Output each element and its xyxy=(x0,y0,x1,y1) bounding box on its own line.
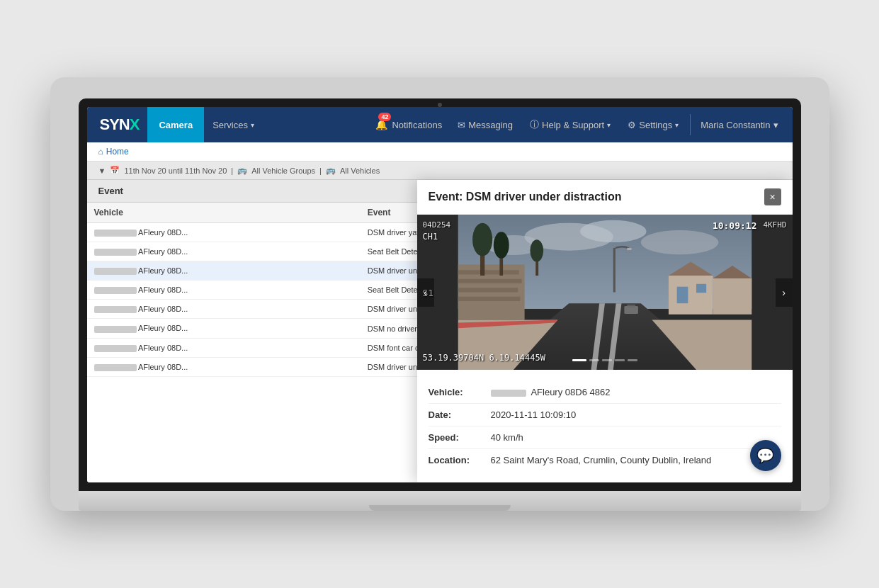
separator2: | xyxy=(319,166,322,175)
modal-overlay: Event: DSM driver under distraction × xyxy=(87,180,793,482)
video-resolution: 4KFHD xyxy=(763,220,786,230)
video-dot-1 xyxy=(572,359,586,361)
modal-title: Event: DSM driver under distraction xyxy=(429,191,622,203)
chat-fab-button[interactable]: 💬 xyxy=(750,440,781,471)
notifications-nav-item[interactable]: 42 🔔 Notifications xyxy=(368,107,449,142)
help-chevron-icon: ▾ xyxy=(607,121,611,129)
date-range: 11th Nov 20 until 11th Nov 20 xyxy=(124,166,227,175)
video-coordinates: 53.19.39704N 6.19.14445W xyxy=(423,353,545,363)
speed-value: 40 km/h xyxy=(491,432,523,443)
video-dot-4 xyxy=(615,359,625,361)
svg-point-13 xyxy=(493,232,509,259)
services-chevron-icon: ▾ xyxy=(251,121,254,129)
date-label: Date: xyxy=(429,409,485,420)
services-label: Services xyxy=(212,120,248,130)
user-chevron-icon: ▾ xyxy=(773,120,778,130)
event-details: Vehicle: AFleury 08D6 4862 Date: 2020-11… xyxy=(417,370,793,482)
svg-rect-21 xyxy=(696,284,706,293)
screen-bezel: SYNX Camera Services ▾ 42 🔔 Notification… xyxy=(79,98,801,491)
chat-icon: 💬 xyxy=(756,447,774,464)
date-value: 2020-11-11 10:09:10 xyxy=(491,409,577,420)
svg-point-15 xyxy=(530,239,543,261)
svg-point-3 xyxy=(640,230,718,254)
video-dot-5 xyxy=(628,359,637,361)
video-channel: CH1 xyxy=(423,232,438,242)
notifications-badge: 42 xyxy=(378,113,391,121)
svg-rect-31 xyxy=(627,305,635,308)
video-dots xyxy=(572,359,637,361)
laptop-shell: SYNX Camera Services ▾ 42 🔔 Notification… xyxy=(50,77,829,511)
gear-icon: ⚙ xyxy=(628,120,636,130)
svg-point-11 xyxy=(472,223,492,256)
home-link[interactable]: Home xyxy=(106,147,129,157)
user-label: Maria Constantin xyxy=(701,120,770,130)
navbar: SYNX Camera Services ▾ 42 🔔 Notification… xyxy=(87,107,793,142)
video-device-id: 04D254 xyxy=(423,220,451,230)
vehicle-value: AFleury 08D6 4862 xyxy=(491,387,611,397)
video-dot-3 xyxy=(602,359,612,361)
svg-rect-20 xyxy=(676,287,688,303)
group-icon: 🚌 xyxy=(237,166,247,175)
home-icon: ⌂ xyxy=(98,147,103,157)
help-nav-item[interactable]: ⓘ Help & Support ▾ xyxy=(521,107,619,142)
speed-label: Speed: xyxy=(429,432,485,443)
svg-rect-17 xyxy=(627,248,631,250)
notifications-label: Notifications xyxy=(392,120,442,130)
svg-rect-9 xyxy=(458,297,520,301)
location-detail-row: Location: 62 Saint Mary's Road, Crumlin,… xyxy=(429,449,781,471)
vehicle-name: AFleury 08D6 4862 xyxy=(531,387,610,397)
vehicles-filter: All Vehicles xyxy=(340,166,380,175)
content-area: Event Vehicle Event Video Date AFleury xyxy=(87,180,793,482)
svg-rect-6 xyxy=(458,270,518,274)
svg-rect-22 xyxy=(713,278,752,315)
filter-icon: ▼ xyxy=(98,166,106,175)
video-prev-button[interactable]: ‹ xyxy=(417,278,434,307)
modal-close-button[interactable]: × xyxy=(764,188,781,205)
settings-chevron-icon: ▾ xyxy=(675,121,679,129)
modal-header: Event: DSM driver under distraction × xyxy=(417,180,793,215)
groups-filter: All Vehicle Groups xyxy=(251,166,315,175)
messaging-nav-item[interactable]: ✉ Messaging xyxy=(449,107,521,142)
vehicle-icon: 🚌 xyxy=(326,166,336,175)
svg-rect-18 xyxy=(668,276,713,315)
synx-logo: SYNX xyxy=(94,115,145,134)
vehicle-label: Vehicle: xyxy=(429,387,485,397)
messaging-label: Messaging xyxy=(468,120,513,130)
camera-nav-button[interactable]: Camera xyxy=(147,107,204,142)
settings-nav-item[interactable]: ⚙ Settings ▾ xyxy=(619,107,687,142)
main-content: ⌂ Home ▼ 📅 11th Nov 20 until 11th Nov 20… xyxy=(87,142,793,482)
laptop-base xyxy=(79,491,801,511)
logo-x: X xyxy=(130,115,140,134)
logo-syn: SYN xyxy=(100,115,130,134)
separator1: | xyxy=(231,166,233,175)
logo-area: SYNX xyxy=(94,115,145,134)
video-time: 10:09:12 xyxy=(713,220,757,231)
event-detail-modal: Event: DSM driver under distraction × xyxy=(417,180,793,482)
nav-divider xyxy=(690,114,691,135)
vehicle-placeholder xyxy=(491,390,526,397)
svg-point-2 xyxy=(579,220,646,242)
video-next-button[interactable]: › xyxy=(776,278,793,307)
location-value: 62 Saint Mary's Road, Crumlin, County Du… xyxy=(491,455,712,465)
vehicle-detail-row: Vehicle: AFleury 08D6 4862 xyxy=(429,381,781,404)
filter-bar: ▼ 📅 11th Nov 20 until 11th Nov 20 | 🚌 Al… xyxy=(87,162,793,180)
envelope-icon: ✉ xyxy=(458,120,465,130)
screen: SYNX Camera Services ▾ 42 🔔 Notification… xyxy=(87,107,793,482)
location-label: Location: xyxy=(429,455,485,465)
speed-detail-row: Speed: 40 km/h xyxy=(429,426,781,449)
date-detail-row: Date: 2020-11-11 10:09:10 xyxy=(429,404,781,426)
video-container: 04D254 CH1 10:09:12 4KFHD S1 53.19.39704… xyxy=(417,215,793,370)
calendar-icon: 📅 xyxy=(110,166,120,175)
svg-rect-8 xyxy=(458,288,517,292)
settings-label: Settings xyxy=(639,120,672,130)
svg-rect-16 xyxy=(613,248,615,293)
video-dot-2 xyxy=(589,359,599,361)
svg-rect-7 xyxy=(458,279,521,283)
dashcam-video xyxy=(417,215,793,370)
help-icon: ⓘ xyxy=(530,118,539,131)
breadcrumb: ⌂ Home xyxy=(87,142,793,162)
help-label: Help & Support xyxy=(542,120,604,130)
user-menu[interactable]: Maria Constantin ▾ xyxy=(693,107,785,142)
services-nav-item[interactable]: Services ▾ xyxy=(204,107,263,142)
